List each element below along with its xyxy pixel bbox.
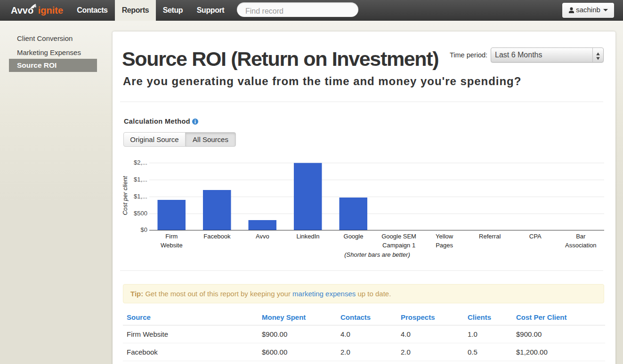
svg-text:Google SEM: Google SEM — [381, 233, 416, 240]
svg-text:$1,...: $1,... — [134, 176, 147, 183]
svg-text:CPA: CPA — [529, 233, 542, 240]
svg-text:Firm: Firm — [165, 233, 178, 240]
svg-text:Association: Association — [565, 242, 596, 249]
svg-text:$500: $500 — [134, 210, 147, 217]
svg-text:LinkedIn: LinkedIn — [296, 233, 319, 240]
svg-text:Website: Website — [161, 242, 183, 249]
svg-text:Yellow: Yellow — [436, 233, 453, 240]
svg-text:Avvo: Avvo — [256, 233, 269, 240]
svg-text:$0: $0 — [141, 226, 147, 233]
svg-text:Bar: Bar — [576, 233, 586, 240]
svg-text:(Shorter bars are better): (Shorter bars are better) — [344, 251, 410, 258]
svg-text:Campaign 1: Campaign 1 — [382, 242, 415, 249]
svg-text:Cost per client: Cost per client — [121, 175, 129, 215]
svg-text:$1,...: $1,... — [134, 193, 147, 200]
svg-text:$2,...: $2,... — [134, 159, 147, 166]
svg-text:Google: Google — [344, 233, 364, 240]
svg-text:Facebook: Facebook — [203, 233, 231, 240]
svg-text:Pages: Pages — [436, 242, 453, 249]
svg-text:Referral: Referral — [479, 233, 501, 240]
